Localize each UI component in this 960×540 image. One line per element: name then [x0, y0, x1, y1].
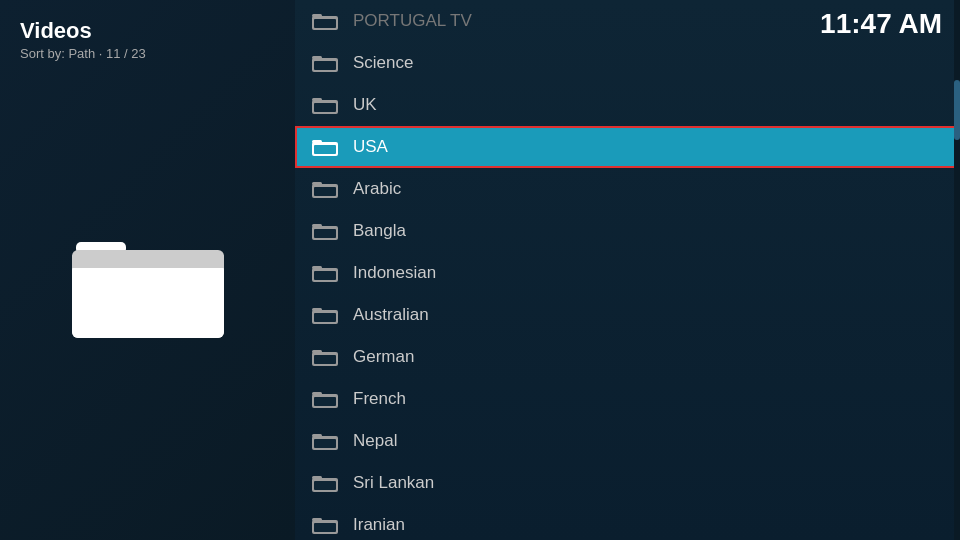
item-label: Sri Lankan [353, 473, 434, 493]
item-label: Bangla [353, 221, 406, 241]
item-label: Arabic [353, 179, 401, 199]
item-label: Iranian [353, 515, 405, 535]
list-item[interactable]: USA [295, 126, 960, 168]
folder-small-icon [311, 136, 339, 158]
folder-small-icon [311, 514, 339, 536]
folder-small-icon [311, 10, 339, 32]
svg-rect-9 [314, 61, 336, 70]
folder-small-icon [311, 388, 339, 410]
time-display: 11:47 AM [820, 8, 942, 40]
svg-rect-21 [314, 229, 336, 238]
list-item[interactable]: UK [295, 84, 960, 126]
list-item[interactable]: Bangla [295, 210, 960, 252]
svg-rect-42 [314, 523, 336, 532]
list-item[interactable]: Indonesian [295, 252, 960, 294]
svg-rect-18 [314, 187, 336, 196]
svg-rect-27 [314, 313, 336, 322]
folder-small-icon [311, 94, 339, 116]
svg-rect-2 [72, 264, 224, 338]
folder-small-icon [311, 346, 339, 368]
item-label: USA [353, 137, 388, 157]
panel-header: Videos Sort by: Path · 11 / 23 [20, 10, 275, 67]
list-item[interactable]: Arabic [295, 168, 960, 210]
folder-small-icon [311, 304, 339, 326]
item-label: Science [353, 53, 413, 73]
sort-info: Sort by: Path · 11 / 23 [20, 46, 275, 61]
folder-small-icon [311, 178, 339, 200]
list-item[interactable]: Sri Lankan [295, 462, 960, 504]
item-label: PORTUGAL TV [353, 11, 472, 31]
screen: Videos Sort by: Path · 11 / 23 11:47 AM … [0, 0, 960, 540]
svg-rect-33 [314, 397, 336, 406]
list-item[interactable]: Science [295, 42, 960, 84]
left-panel: Videos Sort by: Path · 11 / 23 [0, 0, 295, 540]
item-label: German [353, 347, 414, 367]
svg-rect-24 [314, 271, 336, 280]
folder-preview [20, 67, 275, 530]
svg-rect-39 [314, 481, 336, 490]
right-panel: 11:47 AM PORTUGAL TVScienceUKUSAArabicBa… [295, 0, 960, 540]
list-item[interactable]: Nepal [295, 420, 960, 462]
svg-rect-6 [314, 19, 336, 28]
folder-small-icon [311, 52, 339, 74]
folder-small-icon [311, 430, 339, 452]
svg-rect-12 [314, 103, 336, 112]
folder-small-icon [311, 220, 339, 242]
list-item[interactable]: Australian [295, 294, 960, 336]
svg-rect-36 [314, 439, 336, 448]
svg-rect-30 [314, 355, 336, 364]
folder-small-icon [311, 262, 339, 284]
item-label: Nepal [353, 431, 397, 451]
scrollbar-thumb[interactable] [954, 80, 960, 140]
list-item[interactable]: French [295, 378, 960, 420]
folder-large-icon [68, 214, 228, 344]
item-label: UK [353, 95, 377, 115]
item-label: Australian [353, 305, 429, 325]
item-label: French [353, 389, 406, 409]
list-container: PORTUGAL TVScienceUKUSAArabicBanglaIndon… [295, 0, 960, 540]
list-item[interactable]: German [295, 336, 960, 378]
folder-small-icon [311, 472, 339, 494]
page-title: Videos [20, 18, 275, 44]
item-label: Indonesian [353, 263, 436, 283]
svg-rect-3 [72, 262, 224, 268]
scrollbar[interactable] [954, 0, 960, 540]
list-item[interactable]: Iranian [295, 504, 960, 540]
svg-rect-15 [314, 145, 336, 154]
